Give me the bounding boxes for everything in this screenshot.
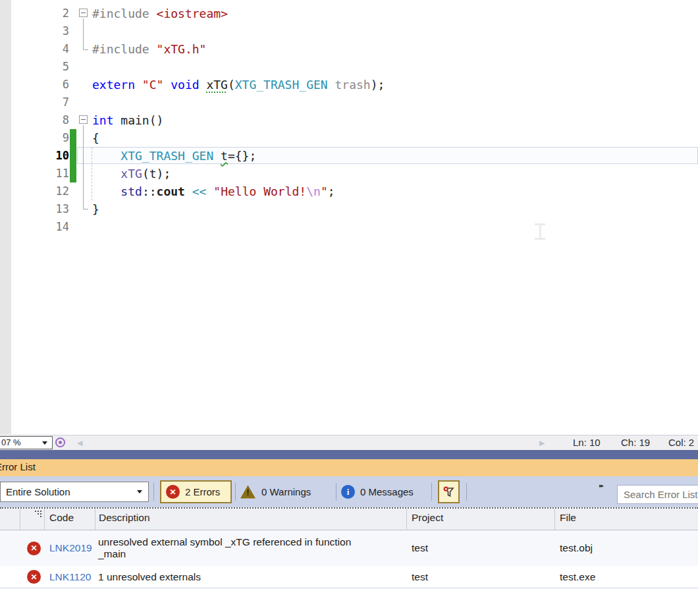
line-number: 3 [0,22,69,40]
toolbar-separator [153,483,154,501]
code-text: int main() [92,111,163,129]
line-number: 2 [0,5,69,22]
code-line-12[interactable]: 12 std::cout << "Hello World!\n"; [0,182,698,200]
line-number: 12 [0,182,69,200]
status-char-number: Ch: 19 [621,437,650,448]
column-grip-icon[interactable] [35,511,43,517]
search-input[interactable] [617,485,698,504]
toolbar-separator [431,483,432,501]
change-tracking-bar [70,165,76,182]
error-list-toolbar: Entire Solution ✕ 2 Errors 0 Warnings i … [0,476,698,507]
fold-guide-includes [83,18,88,50]
error-project: test [406,542,554,554]
column-divider[interactable] [44,509,45,530]
line-number: 6 [0,76,69,94]
chevron-down-icon [42,441,47,445]
scroll-left-arrow-icon[interactable]: ◀ [77,438,82,447]
toolbar-overflow-icon[interactable]: ▸▸ [599,482,603,489]
panel-splitter[interactable] [0,450,698,459]
code-line-2[interactable]: 2#include <iostream> [0,5,698,22]
code-line-5[interactable]: 5 [0,58,698,76]
error-project: test [406,571,554,583]
messages-count-label: 0 Messages [360,486,414,497]
column-header-project[interactable]: Project [412,512,443,524]
error-list-titlebar[interactable]: Error List [0,459,698,476]
mouse-ibeam-cursor [535,223,545,240]
code-line-6[interactable]: 6extern "C" void xTG(XTG_TRASH_GEN trash… [0,76,698,94]
toolbar-separator [235,483,236,501]
error-code-link[interactable]: LNK2019 [44,542,95,554]
panel-title-text: Error List [0,461,36,472]
error-row-LNK2019[interactable]: ✕LNK2019unresolved external symbol _xTG … [0,530,698,566]
error-grid-header: Code Description Project File [0,509,698,530]
error-file: test.exe [554,571,595,583]
indent-guide [92,148,92,200]
code-text: } [92,200,99,218]
severity-cell: ✕ [20,542,44,555]
code-line-13[interactable]: 13} [0,200,698,218]
info-icon: i [341,485,355,499]
column-header-code[interactable]: Code [49,512,74,524]
code-text: #include <iostream> [92,5,228,22]
error-description: 1 unresolved externals [95,571,406,583]
code-text: XTG_TRASH_GEN t={}; [92,147,256,165]
error-icon: ✕ [166,485,180,499]
chevron-down-icon [137,490,142,493]
collapse-minus-icon[interactable] [79,9,88,17]
code-text: #include "xTG.h" [92,40,206,58]
line-number: 5 [0,58,69,76]
status-col-number: Col: 2 [668,437,694,448]
code-line-3[interactable]: 3 [0,22,698,40]
code-text: { [92,129,99,147]
column-header-file[interactable]: File [560,512,576,524]
severity-cell: ✕ [20,570,44,584]
scroll-right-arrow-icon[interactable]: ▶ [539,438,545,447]
ide-screen: 2#include <iostream>34#include "xTG.h"56… [0,0,698,616]
change-tracking-bar [70,147,76,165]
errors-filter-button[interactable]: ✕ 2 Errors [160,480,232,503]
line-number: 4 [0,40,69,58]
zoom-value: 07 % [1,437,21,447]
line-number: 13 [0,200,69,218]
error-code-link[interactable]: LNK1120 [44,571,95,583]
warnings-filter-button[interactable]: 0 Warnings [239,480,325,503]
code-line-11[interactable]: 11 xTG(t); [0,165,698,182]
line-number: 7 [0,94,69,111]
code-text: extern "C" void xTG(XTG_TRASH_GEN trash)… [92,76,385,94]
filter-button[interactable] [438,480,460,503]
line-number: 10 [0,147,69,165]
toolbar-separator [336,483,336,501]
fold-guide-main [83,125,88,210]
warnings-count-label: 0 Warnings [261,486,311,497]
collapse-minus-icon[interactable] [79,115,88,124]
column-header-description[interactable]: Description [99,512,150,524]
code-line-8[interactable]: 8int main() [0,111,698,129]
error-grid: Code Description Project File ✕LNK2019un… [0,507,698,616]
line-number: 11 [0,165,69,182]
code-line-7[interactable]: 7 [0,94,698,111]
code-line-4[interactable]: 4#include "xTG.h" [0,40,698,58]
editor-health-icon[interactable] [55,437,65,447]
line-number: 14 [0,218,69,236]
column-divider[interactable] [554,509,555,530]
warning-icon [240,486,255,499]
scope-dropdown-value: Entire Solution [6,486,70,497]
error-file: test.obj [554,542,593,554]
scope-dropdown[interactable]: Entire Solution [0,482,149,502]
zoom-dropdown[interactable]: 07 % [0,436,53,449]
editor-status-row: 07 % ◀ ▶ Ln: 10 Ch: 19 Col: 2 [0,435,698,450]
column-divider[interactable] [20,509,20,530]
column-divider[interactable] [406,509,407,530]
code-editor[interactable]: 2#include <iostream>34#include "xTG.h"56… [0,0,698,435]
code-line-9[interactable]: 9{ [0,129,698,147]
code-line-10[interactable]: 10 XTG_TRASH_GEN t={}; [0,147,698,165]
filter-funnel-icon [443,486,454,497]
line-number: 9 [0,129,69,147]
messages-filter-button[interactable]: i 0 Messages [340,480,423,503]
error-icon: ✕ [27,542,41,555]
code-text: xTG(t); [92,165,171,182]
errors-count-label: 2 Errors [185,486,220,497]
column-divider[interactable] [95,509,95,530]
code-line-14[interactable]: 14 [0,218,698,236]
error-row-LNK1120[interactable]: ✕LNK11201 unresolved externalstesttest.e… [0,566,698,588]
